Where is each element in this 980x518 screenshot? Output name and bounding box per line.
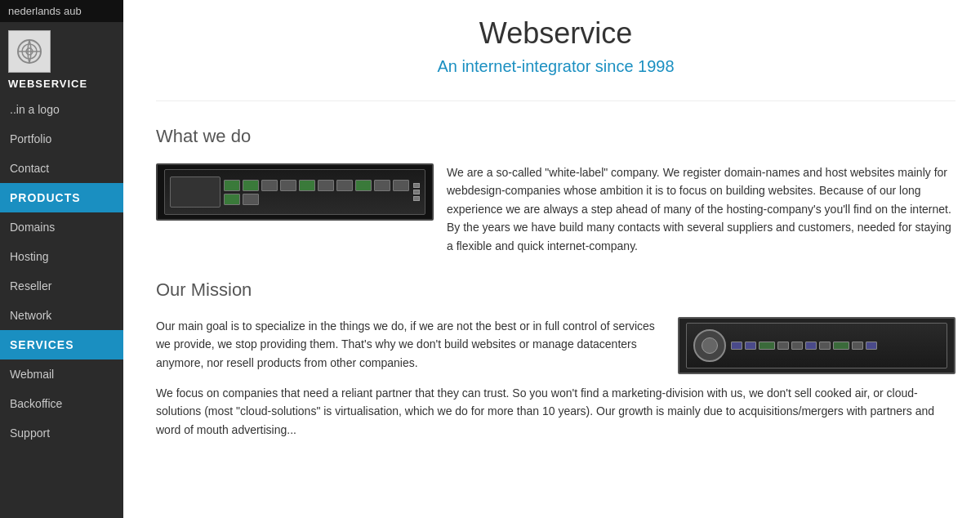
products-section-header: PRODUCTS — [0, 183, 123, 212]
server-fan — [693, 329, 726, 362]
drive — [224, 180, 240, 191]
mission-text-1: Our main goal is to specialize in the th… — [156, 317, 665, 372]
our-mission-section: Our Mission Our main goal is to speciali… — [156, 279, 956, 439]
drive — [374, 180, 390, 191]
back-port — [791, 342, 803, 350]
sidebar-item-domains[interactable]: Domains — [0, 212, 123, 242]
drive — [318, 180, 334, 191]
back-port — [852, 342, 863, 350]
back-port — [731, 342, 742, 350]
back-port — [745, 342, 756, 350]
drive — [243, 180, 259, 191]
what-we-do-section: What we do — [156, 126, 956, 255]
sidebar-item-backoffice[interactable]: Backoffice — [0, 389, 123, 418]
drive — [393, 180, 409, 191]
sidebar-item-in-a-logo[interactable]: ..in a logo — [0, 95, 123, 124]
sidebar-item-support[interactable]: Support — [0, 418, 123, 448]
sidebar-item-hosting[interactable]: Hosting — [0, 242, 123, 271]
server-ports — [413, 183, 420, 201]
server-unit-2 — [686, 323, 947, 368]
server-image-2 — [678, 317, 956, 374]
site-logo[interactable] — [8, 30, 51, 73]
mission-content: Our main goal is to specialize in the th… — [156, 317, 956, 374]
logo-area: WEBSERVICE — [0, 22, 123, 95]
sidebar-item-portfolio[interactable]: Portfolio — [0, 124, 123, 154]
our-mission-heading: Our Mission — [156, 279, 956, 301]
fan-inner — [702, 337, 718, 354]
sidebar-item-contact[interactable]: Contact — [0, 154, 123, 183]
page-subtitle: An internet-integrator since 1998 — [156, 57, 956, 76]
port — [413, 183, 420, 188]
drive — [224, 194, 240, 205]
server-unit-1 — [164, 169, 425, 215]
drive — [355, 180, 372, 191]
back-port — [819, 342, 831, 350]
mission-text-2: We focus on companies that need a relian… — [156, 384, 956, 439]
drive — [299, 180, 315, 191]
logo-icon — [15, 37, 44, 66]
page-title: Webservice — [156, 16, 956, 51]
sidebar-item-reseller[interactable]: Reseller — [0, 271, 123, 301]
drive — [280, 180, 296, 191]
port — [413, 196, 420, 201]
server-drives — [224, 180, 410, 205]
what-we-do-text: We are a so-called "white-label" company… — [447, 163, 956, 255]
sidebar-item-network[interactable]: Network — [0, 301, 123, 330]
what-we-do-heading: What we do — [156, 126, 956, 147]
back-ports — [731, 342, 940, 350]
main-content: Webservice An internet-integrator since … — [123, 0, 980, 518]
what-we-do-content: We are a so-called "white-label" company… — [156, 163, 956, 255]
back-port — [777, 342, 789, 350]
page-header: Webservice An internet-integrator since … — [156, 0, 956, 101]
sidebar-item-webmail[interactable]: Webmail — [0, 359, 123, 389]
drive — [261, 180, 278, 191]
site-name: WEBSERVICE — [8, 78, 87, 90]
back-port — [759, 342, 775, 350]
language-toggle[interactable]: nederlands aub — [0, 0, 123, 22]
server-image-1 — [156, 163, 434, 221]
drive — [336, 180, 353, 191]
back-port — [805, 342, 817, 350]
drive — [243, 194, 259, 205]
sidebar: nederlands aub WEBSERVICE ..in a logo Po… — [0, 0, 123, 518]
services-section-header: SERVICES — [0, 330, 123, 359]
back-port — [866, 342, 877, 350]
port — [413, 190, 420, 194]
back-port — [833, 342, 849, 350]
